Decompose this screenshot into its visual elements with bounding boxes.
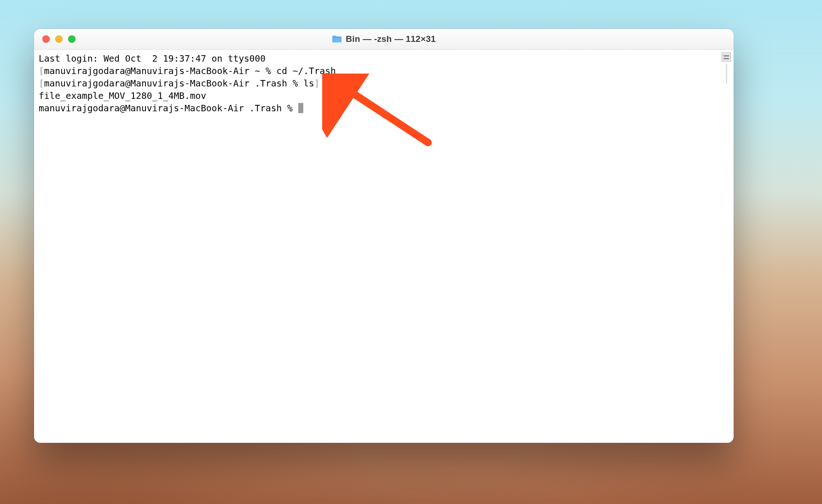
window-title: Bin — -zsh — 112×31	[346, 34, 435, 44]
close-button[interactable]	[42, 35, 50, 43]
desktop-background: Bin — -zsh — 112×31 Last login: Wed Oct …	[0, 0, 822, 504]
traffic-lights	[34, 35, 75, 43]
terminal-output[interactable]: Last login: Wed Oct 2 19:37:47 on ttys00…	[39, 52, 729, 115]
window-titlebar[interactable]: Bin — -zsh — 112×31	[34, 29, 734, 50]
terminal-line: manuvirajgodara@Manuvirajs-MacBook-Air ~…	[44, 66, 336, 76]
terminal-window: Bin — -zsh — 112×31 Last login: Wed Oct …	[34, 29, 734, 443]
prompt-bracket: [	[39, 78, 44, 89]
scroll-indicator-icon[interactable]	[722, 52, 731, 62]
terminal-line: manuvirajgodara@Manuvirajs-MacBook-Air .…	[39, 103, 298, 114]
minimize-button[interactable]	[55, 35, 63, 43]
folder-icon	[332, 35, 342, 43]
terminal-body[interactable]: Last login: Wed Oct 2 19:37:47 on ttys00…	[34, 50, 734, 443]
terminal-line: Last login: Wed Oct 2 19:37:47 on ttys00…	[39, 53, 266, 64]
prompt-bracket: [	[39, 66, 44, 76]
prompt-bracket-end: ]	[314, 78, 320, 89]
terminal-cursor	[298, 103, 303, 113]
terminal-line: file_example_MOV_1280_1_4MB.mov	[39, 91, 206, 101]
zoom-button[interactable]	[68, 35, 75, 43]
window-title-group: Bin — -zsh — 112×31	[34, 34, 734, 44]
scrollbar-track[interactable]	[726, 63, 727, 84]
terminal-line: manuvirajgodara@Manuvirajs-MacBook-Air .…	[44, 78, 314, 89]
